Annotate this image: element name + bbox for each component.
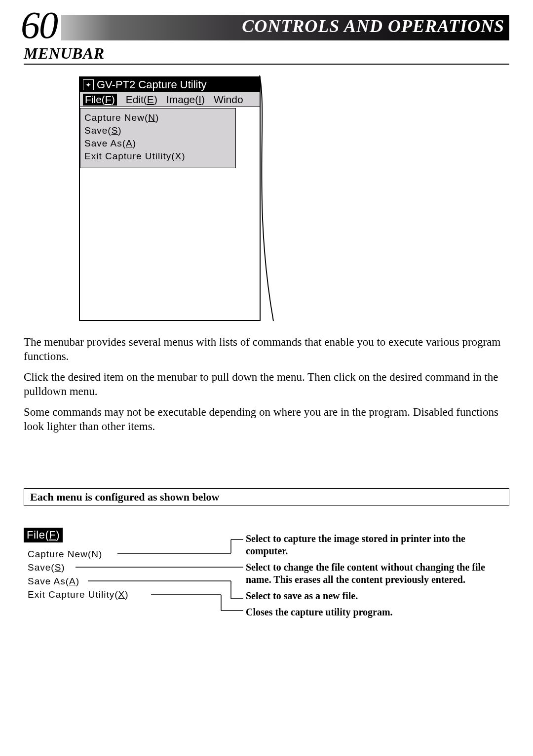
- desc-capture-new: Select to capture the image stored in pr…: [246, 533, 509, 557]
- page-curl-icon: [259, 75, 294, 323]
- paragraph-2: Click the desired item on the menubar to…: [24, 370, 509, 399]
- menu-image[interactable]: Image(I): [166, 94, 205, 106]
- app-icon: ✦: [83, 79, 94, 90]
- menu-edit[interactable]: Edit(E): [126, 94, 157, 106]
- file-diagram: File(F) Capture New(N) Save(S) Save As(A…: [24, 528, 509, 616]
- desc-exit: Closes the capture utility program.: [246, 606, 509, 618]
- paragraph-1: The menubar provides several menus with …: [24, 335, 509, 364]
- config-heading: Each menu is configured as shown below: [24, 488, 509, 506]
- menubar-strip: File(F) Edit(E) Image(I) Windo: [80, 92, 260, 107]
- connector-lines-icon: [24, 528, 251, 616]
- title-bar: ✦ GV-PT2 Capture Utility: [80, 77, 260, 92]
- section-title: MENUBAR: [24, 44, 509, 65]
- page-number: 60: [21, 6, 61, 44]
- file-exit[interactable]: Exit Capture Utility(X): [84, 150, 231, 163]
- desc-save: Select to change the file content withou…: [246, 561, 509, 586]
- desc-save-as: Select to save as a new file.: [246, 590, 509, 602]
- menu-file[interactable]: File(F): [83, 94, 117, 106]
- header-title: CONTROLS AND OPERATIONS: [242, 16, 504, 36]
- menubar-screenshot: ✦ GV-PT2 Capture Utility File(F) Edit(E)…: [79, 76, 291, 321]
- file-diagram-descriptions: Select to capture the image stored in pr…: [246, 533, 509, 622]
- file-save[interactable]: Save(S): [84, 124, 231, 137]
- app-title: GV-PT2 Capture Utility: [97, 78, 207, 91]
- app-window: ✦ GV-PT2 Capture Utility File(F) Edit(E)…: [79, 76, 261, 321]
- file-dropdown: Capture New(N) Save(S) Save As(A) Exit C…: [80, 108, 236, 168]
- file-save-as[interactable]: Save As(A): [84, 137, 231, 150]
- paragraph-3: Some commands may not be executable depe…: [24, 405, 509, 434]
- body-text: The menubar provides several menus with …: [24, 335, 509, 434]
- page-header: 60 CONTROLS AND OPERATIONS: [24, 15, 509, 40]
- menu-window[interactable]: Windo: [214, 94, 243, 106]
- file-capture-new[interactable]: Capture New(N): [84, 111, 231, 124]
